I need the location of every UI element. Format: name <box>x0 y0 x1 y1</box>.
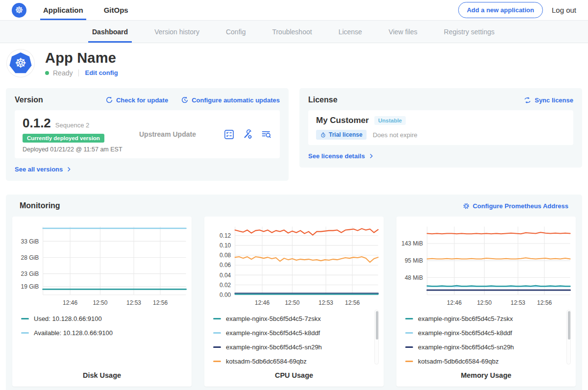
memory-usage-plot: 12:4612:5012:5312:5648 MiB95 MiB143 MiB <box>397 220 575 309</box>
legend-scrollbar[interactable] <box>374 310 379 365</box>
svg-text:0.08: 0.08 <box>220 252 231 259</box>
memory-usage-title: Memory Usage <box>397 366 575 387</box>
tab-gitops-label: GitOps <box>104 6 128 14</box>
license-card-title: License <box>308 96 338 104</box>
legend-item: example-nginx-5bc6f5d4c5-sn29h <box>405 340 566 354</box>
config-icon-button[interactable] <box>242 129 253 140</box>
wrench-gear-icon <box>242 129 253 140</box>
configure-automatic-updates-link[interactable]: Configure automatic updates <box>181 96 280 104</box>
app-icon: ☸ <box>7 49 34 77</box>
svg-text:0.06: 0.06 <box>220 262 231 268</box>
legend-item: example-nginx-5bc6f5d4c5-k8ddf <box>405 326 566 340</box>
logout-link[interactable]: Log out <box>552 6 576 14</box>
svg-text:33 GiB: 33 GiB <box>21 238 39 245</box>
svg-text:12:56: 12:56 <box>537 299 552 306</box>
legend-item: Used: 10.128.0.66:9100 <box>21 312 182 326</box>
gear-icon <box>463 202 470 210</box>
view-deploy-logs-icon-button[interactable] <box>261 129 272 140</box>
see-license-details-link[interactable]: See license details <box>308 152 374 160</box>
svg-text:12:50: 12:50 <box>477 299 491 306</box>
monitoring-card: Monitoring Configure Prometheus Address … <box>6 195 582 390</box>
chart-svg: 12:4612:5012:5312:5648 MiB95 MiB143 MiB <box>397 220 575 309</box>
add-application-button[interactable]: Add a new application <box>458 2 543 18</box>
legend-label: Available: 10.128.0.66:9100 <box>34 329 113 337</box>
legend-label: kotsadm-5db6dc6584-69qbz <box>226 358 307 365</box>
svg-text:12:53: 12:53 <box>126 299 141 306</box>
chart-svg: 12:4612:5012:5312:5619 GiB23 GiB28 GiB33… <box>13 220 191 309</box>
currently-deployed-badge: Currently deployed version <box>23 134 104 143</box>
legend-label: example-nginx-5bc6f5d4c5-k8ddf <box>226 329 320 337</box>
disk-usage-title: Disk Usage <box>13 366 191 387</box>
memory-usage-legend: example-nginx-5bc6f5d4c5-7zskxexample-ng… <box>397 309 575 366</box>
tab-troubleshoot[interactable]: Troubleshoot <box>272 21 312 43</box>
svg-text:0.00: 0.00 <box>220 292 231 298</box>
top-nav-tabs: Application GitOps <box>43 0 149 20</box>
top-nav: ☸ Application GitOps Add a new applicati… <box>0 0 588 21</box>
legend-label: example-nginx-5bc6f5d4c5-7zskx <box>418 315 513 322</box>
tab-registry-settings[interactable]: Registry settings <box>444 21 494 43</box>
sync-license-label: Sync license <box>535 97 573 104</box>
tab-config[interactable]: Config <box>226 21 245 43</box>
see-all-versions-label: See all versions <box>15 166 63 173</box>
legend-item: Available: 10.128.0.66:9100 <box>21 326 182 340</box>
legend-color-dash <box>21 318 29 319</box>
legend-color-dash <box>405 361 413 362</box>
channel-badge: Unstable <box>374 116 406 125</box>
tab-application[interactable]: Application <box>43 0 83 20</box>
tab-version-history[interactable]: Version history <box>154 21 199 43</box>
legend-color-dash <box>405 332 413 334</box>
configure-prometheus-label: Configure Prometheus Address <box>473 202 568 210</box>
see-all-versions-link[interactable]: See all versions <box>15 166 72 173</box>
tab-application-label: Application <box>43 6 83 14</box>
disk-usage-chart-card: 12:4612:5012:5312:5619 GiB23 GiB28 GiB33… <box>12 217 192 387</box>
legend-scrollbar-thumb[interactable] <box>568 311 570 340</box>
check-for-update-link[interactable]: Check for update <box>105 96 168 104</box>
tab-dashboard[interactable]: Dashboard <box>92 21 128 43</box>
legend-color-dash <box>213 318 221 319</box>
legend-color-dash <box>213 332 221 334</box>
legend-item: example-nginx-5bc6f5d4c5-k8ddf <box>213 326 374 340</box>
legend-label: Used: 10.128.0.66:9100 <box>34 315 102 322</box>
status-text: Ready <box>53 69 73 77</box>
refresh-icon <box>105 96 113 104</box>
license-card: License Sync license My Customer Unstabl… <box>299 88 582 168</box>
version-source-label: Upstream Update <box>129 130 223 138</box>
memory-usage-chart-card: 12:4612:5012:5312:5648 MiB95 MiB143 MiB … <box>396 217 576 387</box>
kubernetes-logo-icon: ☸ <box>12 3 26 18</box>
see-license-details-label: See license details <box>308 152 365 160</box>
auto-update-clock-icon <box>181 96 189 104</box>
legend-scrollbar-thumb[interactable] <box>376 311 378 340</box>
preflight-checks-icon-button[interactable] <box>223 129 235 140</box>
svg-text:48 MiB: 48 MiB <box>405 274 423 281</box>
legend-item: example-nginx-5bc6f5d4c5-7zskx <box>213 312 374 326</box>
checklist-icon <box>223 129 235 140</box>
legend-color-dash <box>21 332 29 334</box>
cpu-usage-title: CPU Usage <box>205 366 383 387</box>
svg-text:143 MiB: 143 MiB <box>401 240 423 247</box>
configure-prometheus-link[interactable]: Configure Prometheus Address <box>463 202 568 210</box>
tab-gitops[interactable]: GitOps <box>104 0 128 20</box>
svg-text:12:56: 12:56 <box>345 299 360 306</box>
svg-text:0.04: 0.04 <box>220 272 231 279</box>
svg-text:0.10: 0.10 <box>220 242 231 249</box>
cpu-usage-plot: 12:4612:5012:5312:560.000.020.040.060.08… <box>205 220 383 309</box>
legend-label: kotsadm-5db6dc6584-69qbz <box>418 358 499 365</box>
current-version-row: 0.1.2 Sequence 2 Currently deployed vers… <box>15 110 280 158</box>
legend-item: example-nginx-5bc6f5d4c5-7zskx <box>405 312 566 326</box>
cpu-usage-chart-card: 12:4612:5012:5312:560.000.020.040.060.08… <box>204 217 384 387</box>
sync-license-link[interactable]: Sync license <box>523 96 573 104</box>
tab-license[interactable]: License <box>339 21 362 43</box>
edit-config-link[interactable]: Edit config <box>85 69 118 76</box>
app-sub-nav: Dashboard Version history Config Trouble… <box>0 21 588 43</box>
svg-text:12:50: 12:50 <box>285 299 299 306</box>
svg-text:12:53: 12:53 <box>318 299 333 306</box>
legend-label: example-nginx-5bc6f5d4c5-k8ddf <box>418 329 512 337</box>
license-summary-row: My Customer Unstable Trial license Does … <box>308 110 573 145</box>
legend-item: kotsadm-5db6dc6584-69qbz <box>213 354 374 366</box>
license-expiry: Does not expire <box>373 131 417 139</box>
svg-text:19 GiB: 19 GiB <box>21 283 39 290</box>
svg-text:12:50: 12:50 <box>93 299 107 306</box>
customer-name: My Customer <box>316 116 369 125</box>
legend-scrollbar[interactable] <box>566 310 571 365</box>
tab-view-files[interactable]: View files <box>389 21 417 43</box>
